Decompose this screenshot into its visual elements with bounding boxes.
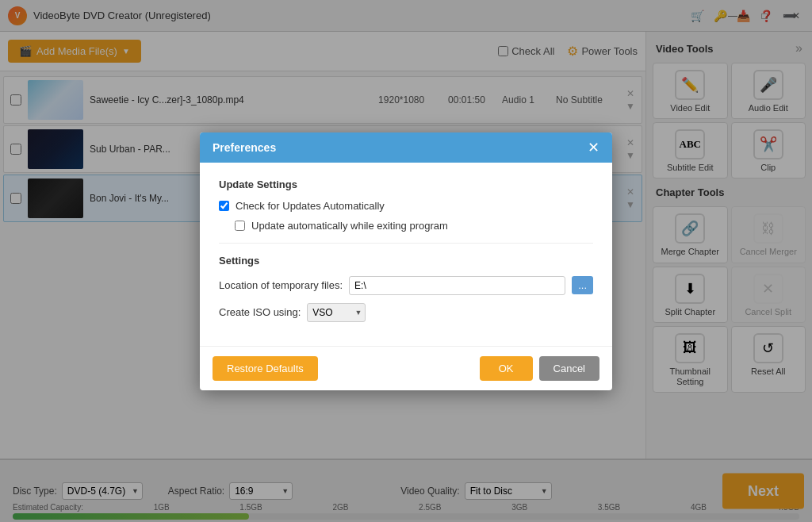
temp-location-input[interactable] [349, 276, 565, 295]
iso-select-wrap: VSO ImgBurn Internal [307, 303, 366, 322]
iso-field: Create ISO using: VSO ImgBurn Internal [219, 303, 593, 322]
dialog-divider [219, 243, 593, 244]
check-updates-row: Check for Updates Automatically [219, 200, 593, 212]
settings-title: Settings [219, 255, 593, 267]
update-settings-title: Update Settings [219, 178, 593, 190]
cancel-button[interactable]: Cancel [539, 356, 599, 381]
temp-location-label: Location of temporary files: [219, 279, 343, 291]
dialog-overlay: Preferences ✕ Update Settings Check for … [0, 0, 812, 522]
update-on-exit-label[interactable]: Update automatically while exiting progr… [251, 220, 448, 232]
create-iso-label: Create ISO using: [219, 306, 301, 318]
check-updates-checkbox[interactable] [219, 201, 229, 211]
update-on-exit-checkbox[interactable] [235, 221, 245, 231]
dialog-body: Update Settings Check for Updates Automa… [200, 163, 612, 346]
temp-location-field: Location of temporary files: ... [219, 276, 593, 295]
ok-button[interactable]: OK [480, 356, 533, 381]
dialog-footer-right: OK Cancel [480, 356, 599, 381]
update-on-exit-row: Update automatically while exiting progr… [219, 220, 593, 232]
restore-defaults-button[interactable]: Restore Defaults [213, 356, 318, 381]
browse-button[interactable]: ... [572, 276, 593, 294]
iso-select[interactable]: VSO ImgBurn Internal [307, 303, 366, 322]
check-updates-label[interactable]: Check for Updates Automatically [236, 200, 385, 212]
dialog-title-bar: Preferences ✕ [200, 132, 612, 163]
dialog-close-button[interactable]: ✕ [588, 140, 599, 155]
preferences-dialog: Preferences ✕ Update Settings Check for … [200, 132, 612, 390]
dialog-title-text: Preferences [213, 141, 276, 154]
dialog-footer: Restore Defaults OK Cancel [200, 346, 612, 390]
